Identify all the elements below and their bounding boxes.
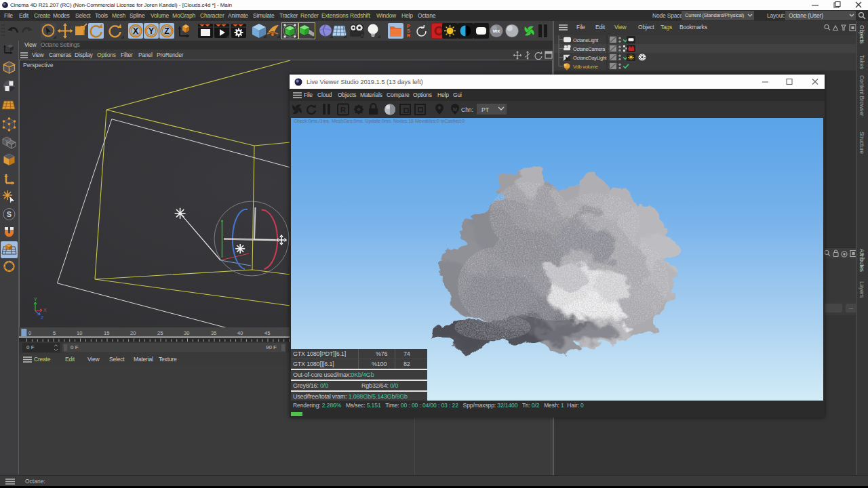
svg-text:15: 15 [104,330,109,336]
svg-text:OctaneDayLight: OctaneDayLight [573,55,607,61]
svg-text:25: 25 [157,330,163,336]
svg-text:MIX: MIX [493,29,500,33]
svg-text:S: S [7,210,12,218]
svg-text:Z: Z [41,315,44,320]
svg-text:OctaneCamera: OctaneCamera [573,46,606,52]
svg-text:Y: Y [149,26,154,36]
svg-text:40: 40 [237,330,243,336]
svg-text:P: P [407,24,410,28]
svg-text:30: 30 [184,330,189,336]
svg-text:20: 20 [130,330,136,336]
svg-text:PT: PT [481,106,489,113]
svg-text:X: X [43,308,47,312]
svg-text:R: R [340,106,346,114]
svg-text:Chn:: Chn: [461,106,473,113]
svg-text:R: R [407,33,410,38]
svg-text:M: M [453,107,457,112]
svg-text:X: X [133,26,138,36]
svg-text:0: 0 [28,330,31,336]
svg-text:Y: Y [34,297,37,302]
svg-text:OctaneLight: OctaneLight [573,37,598,43]
svg-text:Z: Z [164,26,169,36]
svg-text:35: 35 [211,330,216,336]
svg-text:5: 5 [53,330,56,336]
svg-text:45: 45 [264,330,270,336]
svg-text:S: S [407,28,410,33]
svg-text:Vdb volume: Vdb volume [573,64,598,70]
svg-text:10: 10 [77,330,82,336]
